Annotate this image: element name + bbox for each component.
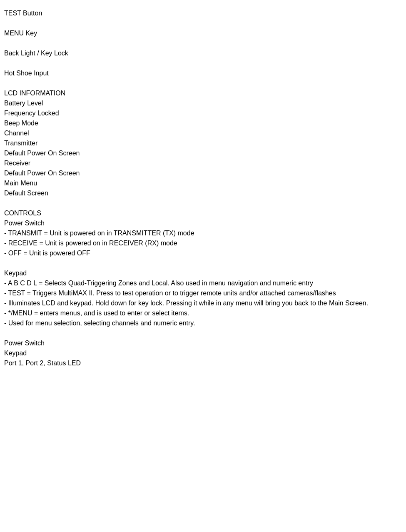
default-power-on-screen-2-label: Default Power On Screen (4, 168, 398, 178)
spacer-5 (4, 198, 398, 208)
beep-mode-label: Beep Mode (4, 118, 398, 128)
transmitter-label: Transmitter (4, 138, 398, 148)
keypad-test-label: - TEST = Triggers MultiMAX II. Press to … (4, 288, 398, 298)
power-switch-2-label: Power Switch (4, 338, 398, 348)
receiver-label: Receiver (4, 158, 398, 168)
menu-key-label: MENU Key (4, 28, 398, 38)
spacer-1 (4, 18, 398, 28)
keypad-menu-label: - */MENU = enters menus, and is used to … (4, 308, 398, 318)
receive-mode-label: - RECEIVE = Unit is powered on in RECEIV… (4, 238, 398, 248)
back-light-key-lock-label: Back Light / Key Lock (4, 48, 398, 58)
spacer-2 (4, 38, 398, 48)
test-button-label: TEST Button (4, 8, 398, 18)
ports-status-label: Port 1, Port 2, Status LED (4, 358, 398, 368)
power-switch-label: Power Switch (4, 218, 398, 228)
spacer-3 (4, 58, 398, 68)
main-menu-label: Main Menu (4, 178, 398, 188)
main-content: TEST Button MENU Key Back Light / Key Lo… (4, 8, 398, 368)
battery-level-label: Battery Level (4, 98, 398, 108)
frequency-locked-label: Frequency Locked (4, 108, 398, 118)
off-mode-label: - OFF = Unit is powered OFF (4, 248, 398, 258)
default-screen-label: Default Screen (4, 188, 398, 198)
controls-label: CONTROLS (4, 208, 398, 218)
keypad-selection-label: - Used for menu selection, selecting cha… (4, 318, 398, 328)
spacer-6 (4, 258, 398, 268)
keypad-label: Keypad (4, 268, 398, 278)
hot-shoe-input-label: Hot Shoe Input (4, 68, 398, 78)
channel-label: Channel (4, 128, 398, 138)
keypad-2-label: Keypad (4, 348, 398, 358)
default-power-on-screen-1-label: Default Power On Screen (4, 148, 398, 158)
spacer-7 (4, 328, 398, 338)
keypad-abcdl-label: - A B C D L = Selects Quad-Triggering Zo… (4, 278, 398, 288)
lcd-information-label: LCD INFORMATION (4, 88, 398, 98)
transmit-mode-label: - TRANSMIT = Unit is powered on in TRANS… (4, 228, 398, 238)
keypad-backlight-label: - Illuminates LCD and keypad. Hold down … (4, 298, 398, 308)
spacer-4 (4, 78, 398, 88)
